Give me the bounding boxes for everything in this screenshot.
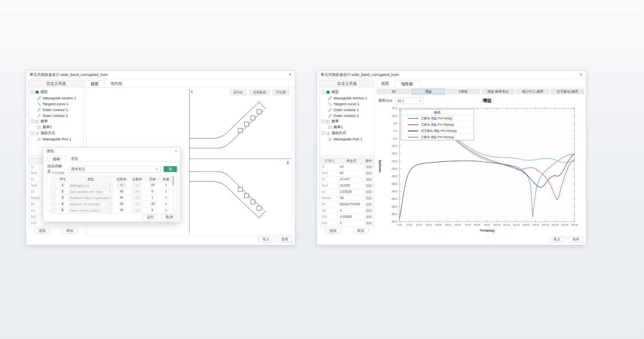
target-cell[interactable]: -20 <box>145 182 160 188</box>
checkbox[interactable] <box>52 183 56 187</box>
result-type-button[interactable]: 3D <box>377 89 410 94</box>
table-row[interactable]: r110删除 <box>320 164 374 170</box>
tree-item[interactable]: Waveguide Port 1 <box>29 136 83 142</box>
variable-expression-cell[interactable]: 20 <box>338 170 364 176</box>
target-cell[interactable]: 0 <box>145 188 160 194</box>
variable-expression-cell[interactable]: 16.635 <box>338 183 364 188</box>
checkbox[interactable] <box>52 190 56 194</box>
delete-button[interactable]: 删除 <box>365 190 373 194</box>
weight-cell[interactable]: 1 <box>160 201 172 207</box>
operator-box[interactable]: <= <box>132 183 142 187</box>
operator-cell[interactable]: <= <box>129 195 145 201</box>
operator-cell[interactable]: <= <box>129 207 145 213</box>
optimize-button[interactable]: 优化 <box>34 228 50 234</box>
delete-button[interactable]: 删除 <box>365 178 373 181</box>
tab-view[interactable]: 视图 <box>375 80 395 87</box>
tree-item[interactable]: Waveguide section 1 <box>29 95 83 101</box>
angle-cell[interactable]: 45 <box>114 182 129 188</box>
delete-button[interactable]: 删除 <box>365 215 373 219</box>
table-row[interactable]: len216.635删除 <box>320 183 374 189</box>
cost-function-row[interactable]: 4Maximum XP to Peake▼45<=-301 <box>50 201 172 207</box>
view-toolbar-button[interactable]: 光滑曲线 <box>250 90 270 95</box>
operator-cell[interactable]: <= <box>129 201 145 207</box>
table-row[interactable]: h114.60903删除 <box>320 214 374 220</box>
view-toolbar-button[interactable]: 选特征 <box>230 90 247 95</box>
tree-item[interactable]: Waveguide section 1 <box>320 95 374 101</box>
tree-item[interactable]: -激励方式 <box>320 130 374 136</box>
angle-input[interactable]: 45 <box>117 183 126 187</box>
tree-item[interactable]: Outer contour 2 <box>29 113 83 118</box>
operator-box[interactable]: <= <box>132 202 142 206</box>
cost-function-row[interactable]: 5Phase Centre Location▼45<=51 <box>50 207 172 213</box>
tree-item[interactable]: Outer contour 1 <box>320 107 374 113</box>
delete-button[interactable]: 删除 <box>365 203 373 206</box>
checkbox[interactable] <box>52 196 56 200</box>
type-dropdown[interactable]: Radiation Pattern Equalization▼ <box>68 195 114 201</box>
variable-expression-cell[interactable]: theta1*PI/180 <box>338 201 364 207</box>
variable-expression-cell[interactable]: 4 <box>338 208 364 213</box>
cancel-button[interactable]: 取消 <box>161 214 177 220</box>
table-row[interactable]: theta138删除 <box>320 195 374 201</box>
close-icon[interactable]: × <box>289 72 291 77</box>
tree-item[interactable]: 频率1 <box>29 124 83 130</box>
tab-goals[interactable]: 目标 <box>47 156 66 161</box>
operator-box[interactable]: >= <box>132 189 142 194</box>
evaluate-button[interactable]: 评估 <box>62 228 78 234</box>
type-dropdown-box[interactable]: Radiation Pattern Equalization▼ <box>68 196 113 201</box>
delete-button[interactable]: 删除 <box>365 165 373 169</box>
type-dropdown[interactable]: dB(Mag(S1,1))▼ <box>68 182 114 188</box>
tree-item[interactable]: -频率 <box>320 118 374 124</box>
scrollbar-thumb[interactable] <box>172 176 174 185</box>
operator-box[interactable]: <= <box>132 196 142 200</box>
tree-expander[interactable]: - <box>321 120 325 123</box>
operator-cell[interactable]: >= <box>129 188 145 194</box>
operator-cell[interactable]: <= <box>129 182 145 188</box>
scrollbar[interactable] <box>172 176 174 211</box>
angle-cell[interactable]: 45 <box>114 207 129 213</box>
tree-item[interactable]: 频率1 <box>320 124 374 130</box>
weight-cell[interactable]: 1 <box>160 195 172 201</box>
type-dropdown-box[interactable]: Gain variation with Theta▼ <box>68 189 113 194</box>
solver-dropdown[interactable]: 遗传算法 ▼ <box>68 166 161 172</box>
type-dropdown[interactable]: Phase Centre Location▼ <box>68 207 114 213</box>
tree-item[interactable]: Outer contour 2 <box>320 113 374 118</box>
tree-expander[interactable]: - <box>321 131 325 135</box>
tree-expander[interactable]: - <box>30 120 34 123</box>
weight-cell[interactable]: 1 <box>160 188 172 194</box>
angle-cell[interactable]: 45 <box>114 188 129 194</box>
close-icon[interactable]: × <box>580 72 582 77</box>
type-dropdown-box[interactable]: Maximum XP to Peake▼ <box>68 202 113 207</box>
settings-button[interactable]: 设置 <box>164 166 177 172</box>
variable-expression-cell[interactable]: 38 <box>338 195 364 201</box>
weight-cell[interactable]: 1 <box>160 182 172 188</box>
table-row[interactable]: len120删除 <box>320 170 374 176</box>
variable-expression-cell[interactable]: 3 <box>338 220 364 226</box>
cost-function-row[interactable]: 1dB(Mag(S1,1))▼45<=-201 <box>50 182 172 188</box>
result-type-button[interactable]: S参数 <box>446 89 480 94</box>
tree-expander[interactable]: - <box>30 131 34 135</box>
tree-item[interactable]: -模型 <box>320 89 374 95</box>
variable-expression-cell[interactable]: 15.447 <box>338 176 364 182</box>
type-dropdown[interactable]: Maximum XP to Peake▼ <box>68 201 114 207</box>
result-type-button[interactable]: 相位中心-频率 <box>516 89 549 94</box>
run-button[interactable]: 运行 <box>143 214 158 220</box>
import-button[interactable]: 导入 <box>258 237 274 242</box>
checkbox[interactable] <box>52 202 56 206</box>
target-cell[interactable]: 5 <box>145 207 160 213</box>
type-dropdown-box[interactable]: dB(Mag(S1,1))▼ <box>68 183 113 188</box>
delete-button[interactable]: 删除 <box>365 221 373 225</box>
table-row[interactable]: h123删除 <box>320 220 374 226</box>
close-button[interactable]: 关闭 <box>277 237 293 242</box>
tree-expander[interactable]: - <box>30 90 34 94</box>
table-row[interactable]: r215.447删除 <box>320 176 374 183</box>
cost-function-row[interactable]: 2Gain variation with Theta▼45>=01 <box>50 188 172 195</box>
table-row[interactable]: thrtheta1*PI/180删除 <box>320 201 374 208</box>
tree-item[interactable]: -模型 <box>29 89 83 95</box>
target-cell[interactable]: -30 <box>145 201 160 207</box>
table-row[interactable]: e12.53526删除 <box>320 189 374 195</box>
tree-item[interactable]: Waveguide Port 1 <box>320 136 374 142</box>
view-toolbar-button[interactable]: 开轮廓 <box>273 90 290 95</box>
type-dropdown[interactable]: Gain variation with Theta▼ <box>68 188 114 194</box>
tab-variables[interactable]: 变量 <box>66 156 83 161</box>
angle-cell[interactable]: 45 <box>114 201 129 207</box>
